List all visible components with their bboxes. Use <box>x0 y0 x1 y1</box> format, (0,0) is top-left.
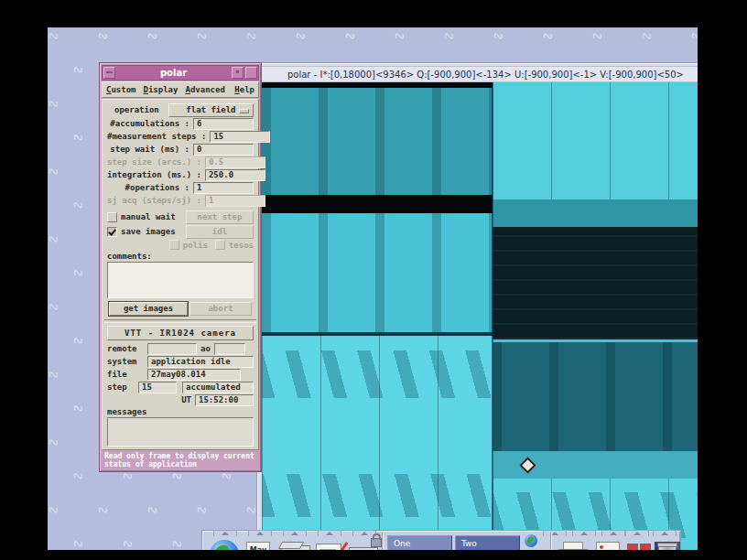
world-globe-icon[interactable] <box>210 540 239 550</box>
polar-titlebar[interactable]: polar <box>102 65 259 81</box>
save-images-checkbox[interactable] <box>107 227 117 237</box>
style-manager-icon[interactable] <box>625 544 651 550</box>
stokes-image-canvas[interactable] <box>262 82 698 550</box>
lock-icon[interactable] <box>371 538 382 547</box>
step-label: step <box>107 382 138 392</box>
image-quadrant-v-middark <box>493 342 698 451</box>
comments-label: comments: <box>107 252 156 261</box>
operations-label: #operations : <box>107 183 193 192</box>
menu-advanced[interactable]: Advanced <box>181 84 228 95</box>
image-quadrant-q-dark <box>493 227 698 339</box>
integration-input[interactable]: 250.0 <box>205 169 265 181</box>
messages-area <box>107 417 254 447</box>
system-label: system <box>107 357 147 366</box>
ao-field[interactable] <box>214 343 245 355</box>
get-images-button[interactable]: get images <box>109 302 188 316</box>
text-note-icon[interactable] <box>316 544 341 550</box>
polar-maximize-button[interactable] <box>245 67 257 79</box>
polar-menubar: Custom Display Advanced Help <box>102 81 259 98</box>
menu-custom[interactable]: Custom <box>103 84 140 95</box>
subpanel-arrow-icon[interactable] <box>572 530 596 536</box>
polis-label: polis <box>183 241 208 250</box>
ut-label: UT <box>181 395 195 404</box>
menu-display[interactable]: Display <box>140 84 182 95</box>
viewer-titlebar[interactable]: polar - I*:[0,18000]<9346> Q:[-900,900]<… <box>261 66 698 82</box>
window-menu-button[interactable] <box>103 67 115 79</box>
polis-checkbox <box>169 240 179 250</box>
subpanel-arrow-icon[interactable] <box>213 530 237 536</box>
subpanel-arrow-icon[interactable] <box>283 530 307 536</box>
next-step-button: next step <box>186 210 254 224</box>
text-editor-icon[interactable] <box>596 542 620 550</box>
image-quadrant-i-upper <box>262 88 493 195</box>
tesos-checkbox <box>215 240 225 250</box>
step-size-input: 0.5 <box>205 156 265 168</box>
sj-acq-input: 1 <box>205 195 265 207</box>
remote-label: remote <box>107 344 147 353</box>
image-wave-overlay-1 <box>262 350 493 398</box>
subpanel-arrow-icon[interactable] <box>248 530 272 536</box>
file-manager-icon[interactable] <box>281 545 310 550</box>
step-field: 15 <box>138 382 177 393</box>
abort-button: abort <box>189 302 252 316</box>
printer-icon[interactable] <box>558 547 587 550</box>
polar-status-text: Read only frame to display current statu… <box>102 450 259 469</box>
mail-icon[interactable] <box>349 547 378 550</box>
operation-dropdown[interactable]: flat field <box>168 103 254 117</box>
panel-divider <box>550 533 551 550</box>
subpanel-arrow-icon[interactable] <box>625 530 649 536</box>
image-wave-overlay-2 <box>262 474 493 517</box>
accumulations-input[interactable]: 6 <box>193 118 254 130</box>
system-status-field: application idle <box>147 356 254 368</box>
accumulations-label: #accumulations : <box>107 119 193 128</box>
idl-button: idl <box>186 225 254 239</box>
polar-control-window: polar Custom Display Advanced Help opera… <box>99 62 262 472</box>
image-band-black-mid <box>262 195 493 213</box>
manual-wait-label: manual wait <box>121 212 176 221</box>
subpanel-arrow-icon[interactable] <box>543 530 567 536</box>
desktop: ∿∿∿∿∿∿∿∿∿∿∿∿∿∿∿∿∿∿∿∿∿∿∿∿∿∿∿∿∿∿∿∿∿∿∿∿∿∿∿∿… <box>48 27 698 550</box>
ut-field: 15:52:00 <box>195 394 254 406</box>
workspace-two-button[interactable]: Two <box>455 535 520 550</box>
menu-help[interactable]: Help <box>231 84 258 95</box>
polar-body: operation flat field #accumulations : 6 … <box>102 99 259 450</box>
polar-minimize-button[interactable] <box>232 67 244 79</box>
subpanel-arrow-icon[interactable] <box>601 530 625 536</box>
subpanel-arrow-icon[interactable] <box>653 530 677 536</box>
file-label: file <box>107 370 147 379</box>
step-state-field: accumulated <box>182 382 254 393</box>
calendar-month: May <box>247 546 269 550</box>
measurement-steps-input[interactable]: 15 <box>210 131 270 143</box>
step-wait-label: step wait (ms) : <box>107 145 193 154</box>
image-quadrant-q-upper <box>493 82 698 199</box>
viewer-title: polar - I*:[0,18000]<9346> Q:[-900,900]<… <box>262 70 684 80</box>
workspace-one-button[interactable]: One <box>387 535 452 550</box>
manual-wait-checkbox[interactable] <box>107 212 117 222</box>
viewer-window: polar - I*:[0,18000]<9346> Q:[-900,900]<… <box>256 62 698 550</box>
front-panel: May 27 One Two Three Four EXIT ? <box>201 530 681 550</box>
calendar-icon[interactable]: May 27 <box>246 542 270 550</box>
remote-field[interactable] <box>147 343 197 355</box>
subpanel-arrow-icon[interactable] <box>318 530 341 536</box>
operation-label: operation <box>107 105 163 114</box>
sj-acq-label: sj acq (steps/sj) : <box>107 196 205 205</box>
comments-textarea[interactable] <box>107 262 254 298</box>
busy-indicator-globe-icon <box>525 534 537 547</box>
step-wait-input[interactable]: 0 <box>193 144 254 156</box>
ao-label: ao <box>197 344 214 353</box>
camera-section-header: VTT - IR1024 camera <box>107 326 254 340</box>
polar-window-title: polar <box>116 68 231 78</box>
integration-label: integration (ms.) : <box>107 170 205 179</box>
image-band-teal <box>493 199 698 227</box>
style-color-bar <box>627 544 638 550</box>
panel-divider <box>382 533 383 550</box>
section-separator <box>104 319 256 323</box>
measurement-steps-label: #measurement steps : <box>107 132 210 141</box>
image-quadrant-divider <box>492 82 493 550</box>
save-images-label: save images <box>121 227 176 236</box>
step-size-label: step size (arcs.) : <box>107 157 205 167</box>
image-quadrant-i-mid <box>262 213 493 332</box>
operations-input[interactable]: 1 <box>193 182 254 194</box>
messages-label: messages <box>107 407 150 416</box>
trash-icon[interactable] <box>658 544 677 550</box>
